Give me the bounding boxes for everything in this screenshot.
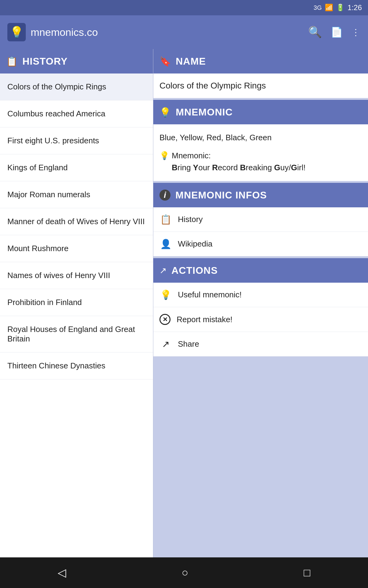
- info-history-label: History: [178, 215, 203, 224]
- share-icon: ↗: [159, 339, 172, 349]
- share-action[interactable]: ↗ Share: [153, 332, 368, 356]
- left-panel: 📋 HISTORY Colors of the Olympic Rings Co…: [0, 49, 153, 557]
- app-logo: 💡: [7, 23, 26, 41]
- list-item[interactable]: Names of wives of Henry VIII: [0, 262, 153, 289]
- mnemonic-header-title: MNEMONIC: [176, 107, 233, 118]
- report-mistake-action[interactable]: ✕ Report mistake!: [153, 307, 368, 332]
- colors-line: Blue, Yellow, Red, Black, Green: [159, 132, 362, 144]
- list-item[interactable]: Thirteen Chinese Dynasties: [0, 352, 153, 379]
- app-bar: 💡 mnemonics.co 🔍 📄 ⋮: [0, 15, 368, 49]
- actions-section: ↗ ACTIONS 💡 Useful mnemonic! ✕ Report mi…: [153, 258, 368, 356]
- infos-section: i MNEMONIC INFOS 📋 History 👤 Wikipedia: [153, 183, 368, 256]
- mnemonic-section: 💡 MNEMONIC Blue, Yellow, Red, Black, Gre…: [153, 100, 368, 181]
- info-wikipedia-label: Wikipedia: [178, 239, 213, 249]
- list-item[interactable]: Colors of the Olympic Rings: [0, 74, 153, 100]
- mnemonic-label-text: Mnemonic:: [172, 151, 211, 160]
- info-icon: i: [159, 190, 171, 201]
- status-icons: 3G 📶 🔋 1:26: [314, 3, 362, 12]
- lightbulb-icon: 💡: [159, 107, 171, 118]
- name-value: Colors of the Olympic Rings: [153, 74, 368, 98]
- mnemonic-content: Blue, Yellow, Red, Black, Green 💡 Mnemon…: [153, 124, 368, 181]
- history-header-icon: 📋: [6, 56, 17, 67]
- history-info-icon: 📋: [159, 214, 172, 225]
- list-item[interactable]: Manner of death of Wives of Henry VIII: [0, 208, 153, 235]
- useful-mnemonic-label: Useful mnemonic!: [178, 290, 242, 300]
- infos-header-title: MNEMONIC INFOS: [175, 190, 267, 201]
- report-mistake-label: Report mistake!: [177, 315, 232, 324]
- list-item[interactable]: Major Roman numerals: [0, 181, 153, 208]
- share-label: Share: [178, 339, 199, 349]
- useful-mnemonic-action[interactable]: 💡 Useful mnemonic!: [153, 283, 368, 307]
- name-header-title: NAME: [176, 56, 206, 67]
- info-history-item[interactable]: 📋 History: [153, 207, 368, 232]
- recent-button[interactable]: □: [304, 566, 310, 579]
- home-button[interactable]: ○: [182, 566, 188, 579]
- actions-header: ↗ ACTIONS: [153, 258, 368, 283]
- info-wikipedia-item[interactable]: 👤 Wikipedia: [153, 232, 368, 256]
- mnemonic-phrase: Mnemonic: Bring Your Record Breaking Guy…: [172, 150, 305, 174]
- infos-header: i MNEMONIC INFOS: [153, 183, 368, 207]
- list-item[interactable]: First eight U.S. presidents: [0, 127, 153, 154]
- useful-icon: 💡: [159, 289, 172, 300]
- report-icon: ✕: [159, 314, 171, 325]
- battery-icon: 🔋: [336, 4, 344, 12]
- list-item[interactable]: Kings of England: [0, 154, 153, 181]
- app-title: mnemonics.co: [31, 26, 303, 38]
- background-fill: [153, 356, 368, 557]
- status-bar: 3G 📶 🔋 1:26: [0, 0, 368, 15]
- search-icon[interactable]: 🔍: [308, 26, 322, 39]
- name-header: 🔖 NAME: [153, 49, 368, 74]
- app-bar-actions: 🔍 📄 ⋮: [308, 26, 361, 39]
- actions-header-title: ACTIONS: [171, 265, 218, 276]
- list-item[interactable]: Royal Houses of England and Great Britai…: [0, 316, 153, 352]
- status-time: 1:26: [347, 3, 362, 12]
- mnemonic-bulb-icon: 💡: [159, 150, 169, 162]
- mnemonic-phrase-text: Bring Your Record Breaking Guy/Girl!: [172, 163, 305, 172]
- share-header-icon: ↗: [159, 266, 167, 276]
- signal-bars-icon: 📶: [325, 4, 333, 12]
- right-panel: 🔖 NAME Colors of the Olympic Rings 💡 MNE…: [153, 49, 368, 557]
- back-button[interactable]: ◁: [58, 566, 66, 579]
- mnemonic-header: 💡 MNEMONIC: [153, 100, 368, 124]
- list-item[interactable]: Mount Rushmore: [0, 235, 153, 262]
- history-list: Colors of the Olympic Rings Columbus rea…: [0, 74, 153, 557]
- bookmark-icon: 🔖: [159, 56, 171, 67]
- name-section: 🔖 NAME Colors of the Olympic Rings: [153, 49, 368, 98]
- document-icon[interactable]: 📄: [331, 26, 343, 38]
- list-item[interactable]: Columbus reached America: [0, 100, 153, 127]
- signal-icon: 3G: [314, 4, 322, 11]
- history-header-title: HISTORY: [22, 56, 67, 67]
- mnemonic-label-line: 💡 Mnemonic: Bring Your Record Breaking G…: [159, 150, 362, 174]
- history-panel-header: 📋 HISTORY: [0, 49, 153, 74]
- main-content: 📋 HISTORY Colors of the Olympic Rings Co…: [0, 49, 368, 557]
- list-item[interactable]: Prohibition in Finland: [0, 289, 153, 316]
- more-options-icon[interactable]: ⋮: [351, 27, 361, 37]
- logo-icon: 💡: [10, 26, 24, 39]
- wikipedia-icon: 👤: [159, 239, 172, 249]
- bottom-nav: ◁ ○ □: [0, 557, 368, 588]
